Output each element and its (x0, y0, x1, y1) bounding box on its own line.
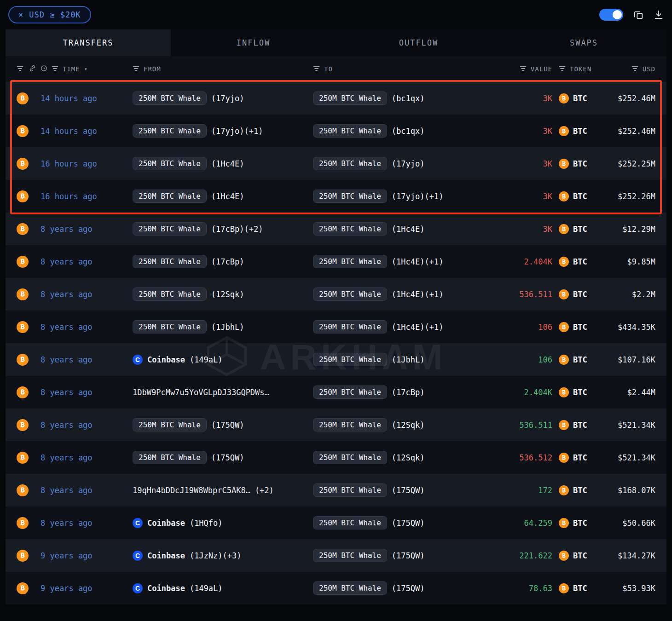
entity-address[interactable]: (1JzNz) (190, 551, 223, 560)
column-header-token[interactable]: TOKEN (570, 65, 591, 73)
transfer-time[interactable]: 8 years ago (41, 290, 133, 299)
transfer-time[interactable]: 8 years ago (41, 420, 133, 430)
entity-badge[interactable]: 250M BTC Whale (313, 320, 387, 334)
column-header-usd[interactable]: USD (643, 65, 655, 73)
entity-badge[interactable]: 250M BTC Whale (133, 157, 207, 170)
transfer-row[interactable]: ₿16 hours ago250M BTC Whale(1Hc4E)250M B… (6, 180, 666, 213)
entity-address[interactable]: (bc1qx) (392, 126, 425, 136)
entity-address[interactable]: 19qHn4bDDcJ19W8WbprC5AK8… (133, 486, 250, 495)
transfer-row[interactable]: ₿8 years ago250M BTC Whale(175QW)250M BT… (6, 441, 666, 474)
transfer-time[interactable]: 8 years ago (41, 453, 133, 462)
entity-badge[interactable]: 250M BTC Whale (313, 288, 387, 301)
entity-badge[interactable]: 250M BTC Whale (313, 581, 387, 595)
transfer-row[interactable]: ₿8 years ago250M BTC Whale(1JbhL)250M BT… (6, 310, 666, 343)
transfer-row[interactable]: ₿8 years ago250M BTC Whale(17cBp)(+2)250… (6, 213, 666, 245)
entity-address[interactable]: (17yjo) (392, 192, 425, 201)
entity-address[interactable]: (175QW) (211, 420, 244, 430)
entity-address[interactable]: (12Sqk) (211, 290, 244, 299)
transfer-row[interactable]: ₿16 hours ago250M BTC Whale(1Hc4E)250M B… (6, 147, 666, 180)
entity-address[interactable]: (1Hc4E) (211, 159, 244, 168)
entity-address[interactable]: (175QW) (392, 551, 425, 560)
entity-badge[interactable]: 250M BTC Whale (313, 516, 387, 529)
transfer-time[interactable]: 9 years ago (41, 584, 133, 593)
transfer-row[interactable]: ₿8 years agoCCoinbase(149aL)250M BTC Wha… (6, 343, 666, 376)
column-header-from[interactable]: FROM (144, 65, 161, 73)
transfer-row[interactable]: ₿8 years ago1DbW9PcMw7u5YoVGLpDJ33GQPDWs… (6, 376, 666, 408)
entity-badge[interactable]: 250M BTC Whale (313, 190, 387, 203)
entity-badge[interactable]: 250M BTC Whale (313, 451, 387, 464)
transfer-time[interactable]: 8 years ago (41, 224, 133, 234)
transfer-time[interactable]: 8 years ago (41, 355, 133, 364)
entity-address[interactable]: (17cBp) (211, 224, 244, 234)
column-header-value[interactable]: VALUE (531, 65, 552, 73)
entity-badge[interactable]: 250M BTC Whale (313, 124, 387, 138)
entity-badge[interactable]: 250M BTC Whale (133, 124, 207, 138)
entity-badge[interactable]: 250M BTC Whale (313, 549, 387, 562)
toggle-switch[interactable] (599, 9, 623, 21)
entity-badge[interactable]: 250M BTC Whale (133, 255, 207, 268)
tab-transfers[interactable]: TRANSFERS (6, 29, 171, 56)
entity-badge[interactable]: 250M BTC Whale (133, 418, 207, 431)
transfer-time[interactable]: 14 hours ago (41, 94, 133, 103)
entity-name[interactable]: Coinbase (147, 584, 185, 593)
copy-icon[interactable] (633, 10, 643, 20)
entity-address[interactable]: (1Hc4E) (211, 192, 244, 201)
entity-address[interactable]: (bc1qx) (392, 94, 425, 103)
transfer-row[interactable]: ₿9 years agoCCoinbase(149aL)250M BTC Wha… (6, 572, 666, 604)
entity-address[interactable]: (175QW) (392, 584, 425, 593)
entity-badge[interactable]: 250M BTC Whale (133, 190, 207, 203)
transfer-time[interactable]: 8 years ago (41, 257, 133, 266)
entity-badge[interactable]: 250M BTC Whale (133, 451, 207, 464)
entity-badge[interactable]: 250M BTC Whale (313, 255, 387, 268)
entity-address[interactable]: (1JbhL) (211, 322, 244, 332)
entity-badge[interactable]: 250M BTC Whale (133, 222, 207, 236)
entity-address[interactable]: (1Hc4E) (392, 322, 425, 332)
entity-badge[interactable]: 250M BTC Whale (313, 483, 387, 497)
entity-badge[interactable]: 250M BTC Whale (133, 320, 207, 334)
transfer-time[interactable]: 16 hours ago (41, 192, 133, 201)
entity-address[interactable]: (17cBp) (211, 257, 244, 266)
transfer-time[interactable]: 9 years ago (41, 551, 133, 560)
column-header-time[interactable]: TIME (63, 65, 80, 73)
entity-address[interactable]: (17yjo) (211, 94, 244, 103)
tab-outflow[interactable]: OUTFLOW (336, 29, 501, 56)
entity-badge[interactable]: 250M BTC Whale (133, 288, 207, 301)
entity-address[interactable]: (17yjo) (392, 159, 425, 168)
filter-icon[interactable] (631, 65, 638, 73)
entity-address[interactable]: (1Hc4E) (392, 290, 425, 299)
transfer-row[interactable]: ₿8 years ago250M BTC Whale(175QW)250M BT… (6, 408, 666, 441)
tab-inflow[interactable]: INFLOW (171, 29, 336, 56)
filter-chip-usd[interactable]: × USD ≥ $20K (8, 6, 91, 23)
entity-address[interactable]: (175QW) (211, 453, 244, 462)
download-icon[interactable] (654, 10, 664, 20)
entity-badge[interactable]: 250M BTC Whale (313, 418, 387, 431)
filter-icon[interactable] (17, 65, 23, 73)
transfer-row[interactable]: ₿8 years agoCCoinbase(1HQfo)250M BTC Wha… (6, 506, 666, 539)
link-icon[interactable] (29, 65, 36, 73)
entity-badge[interactable]: 250M BTC Whale (313, 157, 387, 170)
entity-address[interactable]: (17cBp) (392, 388, 425, 397)
filter-icon[interactable] (133, 65, 139, 73)
entity-badge[interactable]: 250M BTC Whale (313, 222, 387, 236)
entity-name[interactable]: Coinbase (147, 355, 185, 364)
clock-icon[interactable] (41, 65, 47, 73)
transfer-row[interactable]: ₿8 years ago250M BTC Whale(12Sqk)250M BT… (6, 278, 666, 310)
transfer-time[interactable]: 14 hours ago (41, 126, 133, 136)
transfer-row[interactable]: ₿9 years agoCCoinbase(1JzNz)(+3)250M BTC… (6, 539, 666, 572)
entity-badge[interactable]: 250M BTC Whale (313, 92, 387, 105)
filter-icon[interactable] (52, 65, 58, 73)
entity-address[interactable]: (149aL) (190, 355, 223, 364)
transfer-time[interactable]: 16 hours ago (41, 159, 133, 168)
transfer-time[interactable]: 8 years ago (41, 518, 133, 528)
entity-address[interactable]: (1HQfo) (190, 518, 223, 528)
entity-address[interactable]: (17yjo) (211, 126, 244, 136)
transfer-row[interactable]: ₿14 hours ago250M BTC Whale(17yjo)(+1)25… (6, 115, 666, 147)
transfer-row[interactable]: ₿14 hours ago250M BTC Whale(17yjo)250M B… (6, 82, 666, 115)
entity-badge[interactable]: 250M BTC Whale (313, 385, 387, 399)
column-header-to[interactable]: TO (324, 65, 333, 73)
tab-swaps[interactable]: SWAPS (501, 29, 666, 56)
entity-name[interactable]: Coinbase (147, 518, 185, 528)
transfer-time[interactable]: 8 years ago (41, 388, 133, 397)
chevron-down-icon[interactable]: ▾ (84, 66, 88, 72)
transfer-time[interactable]: 8 years ago (41, 322, 133, 332)
